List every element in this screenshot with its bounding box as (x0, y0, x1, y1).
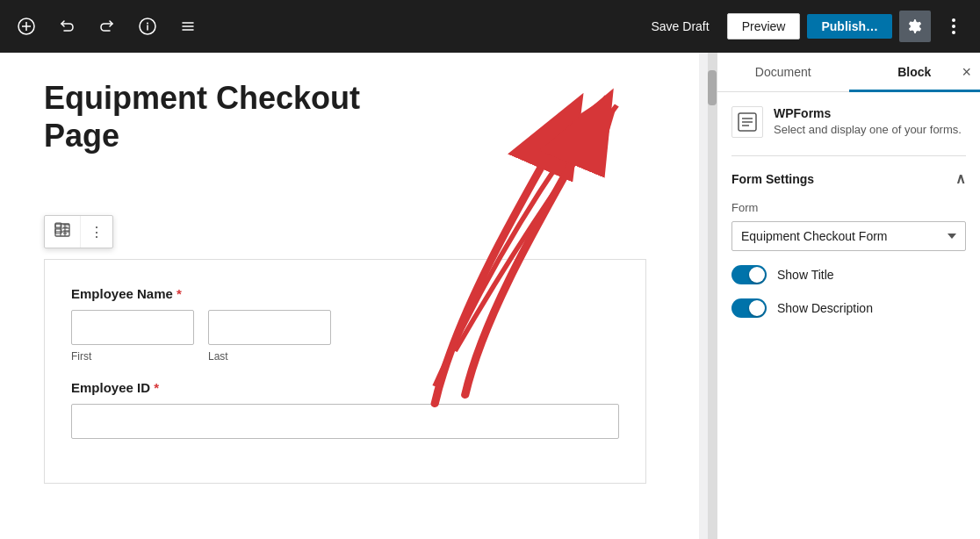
last-name-label: Last (208, 350, 331, 363)
redo-button[interactable] (91, 11, 123, 42)
form-settings-header[interactable]: Form Settings ∧ (731, 170, 966, 187)
block-info-text: WPForms Select and display one of your f… (774, 106, 962, 138)
sidebar-panel: Document Block × WPForms Select and (717, 53, 980, 539)
add-block-button[interactable] (11, 11, 42, 42)
svg-point-11 (952, 31, 955, 34)
show-description-row: Show Description (731, 298, 966, 318)
show-title-row: Show Title (731, 265, 966, 284)
first-name-input[interactable] (71, 310, 194, 345)
show-description-label: Show Description (777, 301, 873, 315)
toolbar-left-group (11, 11, 204, 42)
last-name-input[interactable] (208, 310, 331, 345)
top-toolbar: Save Draft Preview Publish… (0, 0, 980, 53)
block-name: WPForms (774, 106, 962, 120)
save-draft-button[interactable]: Save Draft (641, 14, 720, 39)
info-button[interactable] (132, 11, 163, 42)
page-title: Equipment Checkout Page (44, 79, 655, 155)
first-name-col: First (71, 310, 194, 363)
editor-area: Equipment Checkout Page (0, 53, 717, 539)
last-name-col: Last (208, 310, 331, 363)
show-description-toggle-knob (749, 300, 765, 316)
main-content: Equipment Checkout Page (0, 53, 980, 539)
undo-button[interactable] (51, 11, 83, 42)
preview-button[interactable]: Preview (727, 13, 801, 40)
form-select[interactable]: Equipment Checkout Form (731, 221, 966, 251)
employee-name-field-group: Employee Name * First Last (71, 286, 619, 363)
publish-button[interactable]: Publish… (807, 14, 892, 39)
more-options-button[interactable] (938, 11, 969, 42)
show-description-toggle[interactable] (731, 298, 767, 318)
svg-point-9 (952, 18, 955, 22)
block-desc: Select and display one of your forms. (774, 122, 962, 138)
employee-id-label: Employee ID * (71, 380, 619, 395)
block-toolbar: ⋮ (44, 215, 113, 248)
svg-rect-19 (55, 224, 69, 236)
tab-block[interactable]: Block (849, 53, 981, 91)
block-list-button[interactable] (172, 11, 204, 42)
scrollbar-thumb[interactable] (708, 70, 717, 105)
employee-id-field-group: Employee ID * (71, 380, 619, 439)
block-transform-button[interactable] (45, 216, 81, 248)
tab-document[interactable]: Document (717, 53, 849, 91)
sidebar-tabs: Document Block × (717, 53, 980, 92)
svg-point-5 (147, 23, 148, 25)
employee-name-label: Employee Name * (71, 286, 619, 301)
employee-id-input[interactable] (71, 404, 619, 439)
form-block: Employee Name * First Last (44, 259, 646, 484)
scrollbar-track[interactable] (708, 53, 717, 539)
block-info: WPForms Select and display one of your f… (731, 106, 966, 138)
name-field-row: First Last (71, 310, 619, 363)
form-select-label: Form (731, 201, 966, 214)
sidebar-body: WPForms Select and display one of your f… (717, 92, 980, 346)
show-title-toggle-knob (749, 267, 765, 283)
block-more-options-button[interactable]: ⋮ (81, 219, 112, 246)
sidebar-close-button[interactable]: × (962, 63, 971, 82)
wpforms-block-icon (731, 106, 763, 138)
settings-button[interactable] (899, 11, 931, 42)
first-name-label: First (71, 350, 194, 363)
toolbar-right-group: Save Draft Preview Publish… (641, 11, 970, 42)
show-title-toggle[interactable] (731, 265, 767, 284)
form-settings-chevron: ∧ (955, 170, 966, 187)
divider (731, 155, 966, 156)
svg-point-10 (952, 25, 955, 28)
show-title-label: Show Title (777, 268, 834, 282)
